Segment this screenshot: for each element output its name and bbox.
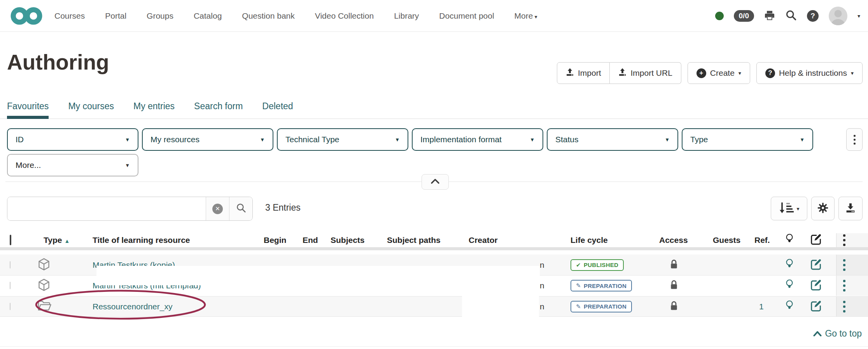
avatar[interactable] [829, 7, 847, 25]
row-kebab-icon[interactable] [843, 259, 845, 271]
column-subject-paths[interactable]: Subject paths [387, 236, 441, 245]
nav-item-more[interactable]: More▾ [514, 11, 537, 21]
filter-row-1: ID▼ My resources▼ Technical Type▼ Implem… [7, 128, 813, 151]
chevron-up-icon [813, 328, 822, 339]
nav-item-portal[interactable]: Portal [105, 11, 126, 21]
check-icon: ✔ [576, 262, 581, 269]
clear-search-button[interactable]: ✕ [206, 197, 229, 220]
header-kebab-icon[interactable] [843, 234, 845, 246]
chevron-down-icon: ▾ [534, 14, 537, 20]
sort-amount-icon [779, 201, 794, 216]
nav-item-document-pool[interactable]: Document pool [439, 11, 494, 21]
tab-deleted[interactable]: Deleted [262, 101, 293, 119]
help-icon[interactable]: ? [807, 10, 819, 22]
column-access[interactable]: Access [659, 236, 688, 245]
download-button[interactable] [838, 197, 863, 220]
tab-my-courses[interactable]: My courses [68, 101, 114, 119]
row-checkbox[interactable] [10, 303, 10, 310]
chevron-down-icon: ▾ [738, 70, 741, 76]
table-header: Type▲ Title of learning resource Begin E… [0, 233, 868, 250]
edit-column-icon[interactable] [810, 233, 822, 248]
filter-implementation-format[interactable]: Implementation format▼ [412, 128, 543, 151]
plus-circle-icon: + [696, 68, 706, 78]
filter-options-kebab-button[interactable] [846, 128, 863, 151]
search-input[interactable] [7, 197, 206, 220]
chevron-down-icon: ▼ [395, 137, 400, 143]
chevron-up-icon [430, 178, 440, 186]
filter-my-resources[interactable]: My resources▼ [142, 128, 273, 151]
create-button[interactable]: + Create ▾ [688, 62, 750, 84]
search-icon [236, 202, 247, 215]
entries-count: 3 Entries [265, 202, 301, 213]
column-creator[interactable]: Creator [469, 236, 498, 245]
gear-icon [817, 202, 829, 215]
column-type[interactable]: Type▲ [44, 236, 70, 245]
bulb-column-icon[interactable] [785, 233, 794, 248]
nav-item-question-bank[interactable]: Question bank [242, 11, 294, 21]
upload-icon [566, 68, 574, 78]
upload-icon [618, 68, 626, 78]
import-button[interactable]: Import [557, 62, 610, 84]
chevron-down-icon: ▾ [796, 206, 799, 212]
nav-item-groups[interactable]: Groups [147, 11, 173, 21]
lock-icon [670, 300, 678, 312]
sort-button[interactable]: ▾ [771, 197, 807, 220]
bulb-icon[interactable] [785, 300, 794, 314]
edit-icon[interactable] [810, 300, 822, 314]
tab-my-entries[interactable]: My entries [133, 101, 175, 119]
filter-type[interactable]: Type▼ [682, 128, 813, 151]
filter-technical-type[interactable]: Technical Type▼ [277, 128, 408, 151]
column-ref[interactable]: Ref. [754, 236, 770, 245]
help-instructions-button[interactable]: ? Help & instructions ▾ [756, 62, 863, 84]
online-status-dot [715, 12, 724, 20]
edit-icon[interactable] [810, 258, 822, 272]
row-checkbox[interactable] [10, 262, 10, 269]
navbar-right-cluster: 0/0 ? ▾ [715, 0, 860, 32]
column-life-cycle[interactable]: Life cycle [570, 236, 608, 245]
chat-counter-badge[interactable]: 0/0 [734, 10, 754, 22]
sort-asc-icon: ▲ [64, 238, 70, 244]
header-action-buttons: Import Import URL + Create ▾ ? Help & in… [557, 62, 863, 84]
table-row[interactable]: Ressourcenordner_xy n ✎PREPARATION 1 [0, 296, 868, 317]
column-subjects[interactable]: Subjects [331, 236, 365, 245]
row-kebab-icon[interactable] [843, 301, 845, 312]
resource-title-link[interactable]: Ressourcenordner_xy [93, 302, 172, 311]
search-icon[interactable] [785, 9, 797, 23]
column-end[interactable]: End [303, 236, 318, 245]
tab-favourites[interactable]: Favourites [7, 101, 49, 119]
column-title[interactable]: Title of learning resource [93, 236, 190, 245]
import-url-button[interactable]: Import URL [610, 62, 681, 84]
openolat-logo[interactable] [9, 4, 44, 29]
row-kebab-icon[interactable] [843, 280, 845, 291]
page-title: Authoring [7, 50, 109, 75]
chevron-down-icon: ▼ [530, 137, 535, 143]
nav-item-video-collection[interactable]: Video Collection [315, 11, 374, 21]
collapse-filters-button[interactable] [422, 174, 449, 190]
bulb-icon[interactable] [785, 258, 794, 272]
nav-item-library[interactable]: Library [394, 11, 419, 21]
bulb-icon[interactable] [785, 279, 794, 293]
filter-more[interactable]: More...▼ [7, 154, 138, 176]
edit-icon[interactable] [810, 279, 822, 293]
close-icon: ✕ [212, 204, 223, 214]
column-begin[interactable]: Begin [264, 236, 286, 245]
table-settings-button[interactable] [811, 197, 835, 220]
download-icon [845, 203, 856, 215]
search-button[interactable] [229, 197, 252, 220]
tab-search-form[interactable]: Search form [194, 101, 243, 119]
print-icon[interactable] [764, 10, 775, 22]
course-cube-icon [38, 279, 50, 293]
row-checkbox[interactable] [10, 282, 10, 289]
user-menu-chevron-icon[interactable]: ▾ [858, 13, 860, 19]
filter-status[interactable]: Status▼ [547, 128, 678, 151]
nav-item-catalog[interactable]: Catalog [194, 11, 222, 21]
filter-row-2: More...▼ [7, 154, 138, 176]
nav-item-courses[interactable]: Courses [54, 11, 85, 21]
ref-count-link[interactable]: 1 [759, 302, 764, 311]
column-guests[interactable]: Guests [713, 236, 740, 245]
table-search-widget: ✕ [7, 197, 253, 221]
main-menu: Courses Portal Groups Catalog Question b… [54, 0, 537, 32]
filter-id[interactable]: ID▼ [7, 128, 138, 151]
go-to-top-link[interactable]: Go to top [813, 328, 862, 339]
select-all-checkbox[interactable] [10, 236, 11, 245]
